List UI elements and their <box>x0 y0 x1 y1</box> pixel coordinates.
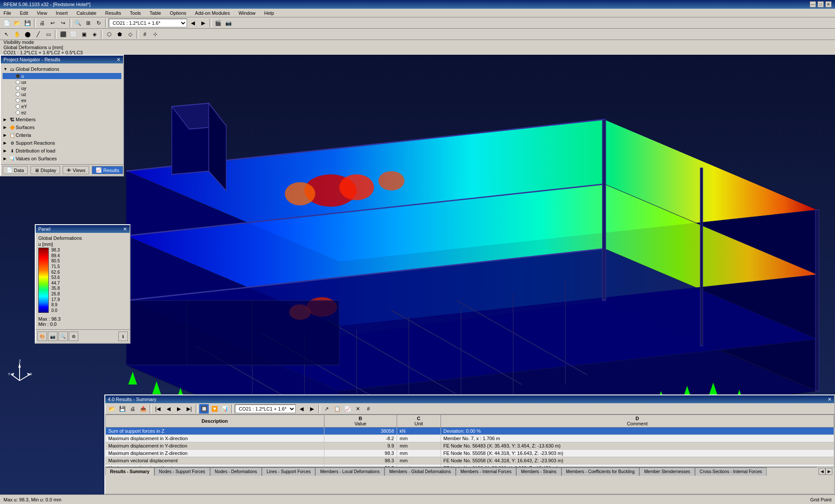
tree-ey[interactable]: eY <box>3 103 121 109</box>
surface-button[interactable]: ▭ <box>43 30 53 39</box>
save-button[interactable]: 💾 <box>23 18 32 28</box>
results-combo-select[interactable]: CO21 : 1.2*LC1 + 1.6* <box>235 405 296 413</box>
menu-file[interactable]: File <box>2 10 13 17</box>
results-filter-btn[interactable]: 🔽 <box>210 404 219 414</box>
results-save-btn[interactable]: 💾 <box>117 404 127 414</box>
tree-surfaces[interactable]: ▶ 🔶 Surfaces <box>3 123 121 131</box>
results-export-btn[interactable]: 📤 <box>138 404 148 414</box>
tree-support-reactions[interactable]: ▶ ⚙ Support Reactions <box>3 139 121 147</box>
table-row[interactable]: Maximum displacement in X-direction -8.2… <box>106 435 834 442</box>
results-chart-btn[interactable]: 📈 <box>343 404 352 414</box>
tree-criteria[interactable]: ▶ 📋 Criteria <box>3 131 121 139</box>
results-view-btn[interactable]: 📊 <box>220 404 230 414</box>
grid-button[interactable]: # <box>140 30 150 39</box>
line-button[interactable]: ╱ <box>33 30 43 39</box>
results-prev-btn[interactable]: ◀ <box>164 404 173 414</box>
menu-options[interactable]: Options <box>168 10 188 17</box>
menu-add-on-modules[interactable]: Add-on Modules <box>193 10 231 17</box>
menu-view[interactable]: View <box>35 10 49 17</box>
redo-button[interactable]: ↪ <box>58 18 68 28</box>
bottom-tab-results---summary[interactable]: Results - Summary <box>105 468 154 476</box>
tree-distribution-load[interactable]: ▶ ⬇ Distribution of load <box>3 147 121 155</box>
tab-display[interactable]: 🖥 Display <box>30 166 60 174</box>
bottom-tab-nodes---support-forces[interactable]: Nodes - Support Forces <box>154 468 210 476</box>
bottom-tab-member-slendernesses[interactable]: Member Slendernesses <box>639 468 695 476</box>
open-button[interactable]: 📂 <box>12 18 22 28</box>
screenshot-button[interactable]: 📷 <box>224 18 233 28</box>
tree-uy[interactable]: uy <box>3 85 121 91</box>
table-row[interactable]: Maximum displacement in Y-direction 9.9 … <box>106 442 834 450</box>
bottom-tab-members---internal-forces[interactable]: Members - Internal Forces <box>456 468 516 476</box>
close-button[interactable]: ✕ <box>825 1 832 7</box>
tab-views[interactable]: 👁 Views <box>63 166 89 174</box>
tab-next-button[interactable]: ▶ <box>825 468 832 475</box>
move-button[interactable]: ✋ <box>12 30 22 39</box>
tree-global-deformations[interactable]: ▼ 🗂 Global Deformations <box>3 65 121 73</box>
print-button[interactable]: 🖨 <box>37 18 47 28</box>
bottom-tab-lines---support-forces[interactable]: Lines - Support Forces <box>262 468 315 476</box>
snap-button[interactable]: ⊹ <box>150 30 160 39</box>
panel-close-button[interactable]: ✕ <box>123 226 127 232</box>
panel-settings-btn[interactable]: ⚙ <box>69 332 78 341</box>
tree-uz[interactable]: uz <box>3 91 121 97</box>
menu-table[interactable]: Table <box>148 10 163 17</box>
results-open-btn[interactable]: 📂 <box>107 404 117 414</box>
results-close-button[interactable]: ✕ <box>828 397 832 402</box>
results-table-container[interactable]: Description BValue CUnit DComment Sum of… <box>105 414 834 467</box>
bottom-tab-members---global-deformations[interactable]: Members - Global Deformations <box>384 468 456 476</box>
solid-button[interactable]: ⬟ <box>115 30 124 39</box>
tree-u[interactable]: u <box>3 73 121 79</box>
bottom-tab-members---local-deformations[interactable]: Members - Local Deformations <box>315 468 384 476</box>
prev-button[interactable]: ◀ <box>188 18 197 28</box>
results-table-btn[interactable]: 📋 <box>332 404 342 414</box>
tab-data[interactable]: 📄 Data <box>3 166 28 174</box>
menu-help[interactable]: Help <box>263 10 276 17</box>
panel-info-btn[interactable]: ℹ <box>118 332 128 341</box>
bottom-tab-members---strains[interactable]: Members - Strains <box>516 468 561 476</box>
results-highlight-btn[interactable]: 🔲 <box>199 404 209 414</box>
menu-calculate[interactable]: Calculate <box>75 10 98 17</box>
tree-ex[interactable]: ex <box>3 97 121 103</box>
results-next-btn[interactable]: ▶ <box>174 404 184 414</box>
results-grid-btn[interactable]: # <box>364 404 373 414</box>
results-last-btn[interactable]: ▶| <box>184 404 194 414</box>
wireframe-button[interactable]: ⬡ <box>104 30 114 39</box>
zoom-all-button[interactable]: ⊞ <box>84 18 93 28</box>
table-row[interactable]: Sum of support forces in Z 38058 kN Devi… <box>106 428 834 435</box>
menu-insert[interactable]: Insert <box>54 10 70 17</box>
panel-camera-btn[interactable]: 📷 <box>48 332 57 341</box>
tab-results[interactable]: 📈 Results <box>92 166 123 174</box>
node-button[interactable]: ⬤ <box>23 30 32 39</box>
zoom-button[interactable]: 🔍 <box>73 18 83 28</box>
results-next-combo[interactable]: ▶ <box>307 404 317 414</box>
tree-ux[interactable]: ux <box>3 79 121 85</box>
render-button[interactable]: 🎬 <box>213 18 223 28</box>
bottom-tab-members---coefficients-for-buckling[interactable]: Members - Coefficients for Buckling <box>561 468 640 476</box>
pn-close-button[interactable]: ✕ <box>117 57 120 63</box>
results-first-btn[interactable]: |◀ <box>153 404 163 414</box>
tree-values-surfaces[interactable]: ▶ 📊 Values on Surfaces <box>3 155 121 162</box>
menu-window[interactable]: Window <box>237 10 257 17</box>
menu-results[interactable]: Results <box>104 10 123 17</box>
menu-edit[interactable]: Edit <box>18 10 30 17</box>
results-print-btn[interactable]: 🖨 <box>128 404 137 414</box>
table-row[interactable]: Maximum vectorial displacement 98.3 mm F… <box>106 457 834 464</box>
tab-prev-button[interactable]: ◀ <box>818 468 825 475</box>
transparent-button[interactable]: ◇ <box>125 30 135 39</box>
iso-view-button[interactable]: ◈ <box>90 30 99 39</box>
results-cross-btn[interactable]: ✕ <box>353 404 363 414</box>
top-view-button[interactable]: ▣ <box>79 30 89 39</box>
bottom-tab-cross-sections---internal-forces[interactable]: Cross-Sections - Internal Forces <box>695 468 767 476</box>
tree-members[interactable]: ▶ 🏗 Members <box>3 116 121 123</box>
results-prev-combo[interactable]: ◀ <box>297 404 306 414</box>
side-view-button[interactable]: ⬜ <box>69 30 78 39</box>
undo-button[interactable]: ↩ <box>48 18 57 28</box>
new-button[interactable]: 📄 <box>2 18 11 28</box>
panel-zoom-btn[interactable]: 🔍 <box>58 332 68 341</box>
select-button[interactable]: ↖ <box>2 30 11 39</box>
front-view-button[interactable]: ⬛ <box>58 30 68 39</box>
rotate-button[interactable]: ↻ <box>94 18 104 28</box>
panel-color-btn[interactable]: 🎨 <box>37 332 47 341</box>
next-button[interactable]: ▶ <box>198 18 208 28</box>
minimize-button[interactable]: — <box>810 1 816 7</box>
